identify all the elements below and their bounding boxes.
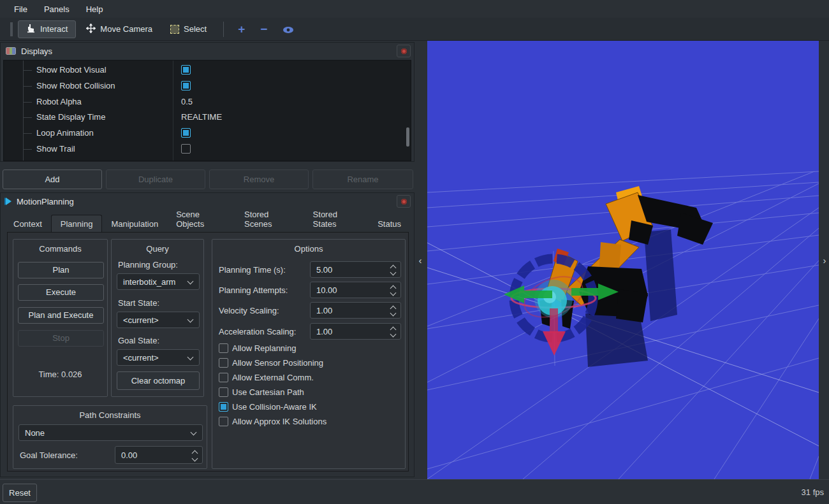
displays-close-button[interactable] xyxy=(397,45,411,57)
allow-sensor-positioning-label: Allow Sensor Positioning xyxy=(232,358,323,368)
planning-time-label: Planning Time (s): xyxy=(219,265,286,275)
planning-time-spinbox[interactable]: 5.00 xyxy=(310,261,401,278)
collapse-right-handle[interactable]: › xyxy=(820,255,829,266)
interact-tool-button[interactable]: Interact xyxy=(18,20,76,38)
planning-group-dropdown[interactable]: interbotix_arm xyxy=(117,273,200,290)
execute-button[interactable]: Execute xyxy=(18,284,104,301)
chevron-down-icon xyxy=(191,429,197,436)
toolbar: Interact Move Camera Select + − xyxy=(0,18,829,41)
spin-down-icon[interactable] xyxy=(390,310,397,317)
property-row-robot-alpha[interactable]: Robot Alpha 0.5 xyxy=(4,94,411,110)
tab-scene-objects[interactable]: Scene Objects xyxy=(167,206,235,233)
velocity-scaling-spinbox[interactable]: 1.00 xyxy=(310,302,401,319)
motion-planning-icon xyxy=(6,198,11,205)
3d-viewport[interactable] xyxy=(427,41,819,479)
path-constraints-group: Path Constraints None Goal Tolerance: 0.… xyxy=(13,405,207,469)
plan-button[interactable]: Plan xyxy=(18,262,104,278)
spin-down-icon[interactable] xyxy=(390,290,397,296)
menu-file[interactable]: File xyxy=(6,2,35,17)
acceleration-scaling-value: 1.00 xyxy=(316,327,332,336)
tab-planning[interactable]: Planning xyxy=(51,215,103,233)
motion-planning-tabs: Context Planning Manipulation Scene Obje… xyxy=(4,215,410,233)
goal-state-dropdown[interactable]: <current> xyxy=(117,349,200,366)
property-row-loop-animation[interactable]: Loop Animation xyxy=(4,126,411,141)
plan-and-execute-button[interactable]: Plan and Execute xyxy=(18,307,104,324)
property-checkbox[interactable] xyxy=(181,81,191,90)
allow-sensor-positioning-checkbox[interactable] xyxy=(219,358,228,368)
planning-attempts-spinbox[interactable]: 10.00 xyxy=(310,282,401,298)
selection-box-icon xyxy=(170,25,179,34)
property-row-show-robot-visual[interactable]: Show Robot Visual xyxy=(4,62,411,78)
query-group: Query Planning Group: interbotix_arm Sta… xyxy=(111,239,204,397)
property-value[interactable]: 0.5 xyxy=(181,97,193,106)
spin-down-icon[interactable] xyxy=(390,270,397,276)
rename-display-button[interactable]: Rename xyxy=(312,169,413,189)
displays-panel-icon xyxy=(6,47,16,55)
duplicate-display-button[interactable]: Duplicate xyxy=(106,169,205,189)
planning-attempts-value: 10.00 xyxy=(316,285,337,295)
property-value[interactable]: REALTIME xyxy=(181,112,222,122)
eye-icon[interactable] xyxy=(275,20,302,39)
start-state-label: Start State: xyxy=(118,298,159,308)
goal-tolerance-spinbox[interactable]: 0.00 xyxy=(115,446,203,464)
chevron-down-icon xyxy=(187,354,194,361)
displays-property-tree[interactable]: Show Robot Visual Show Robot Collision R… xyxy=(3,60,411,161)
spin-down-icon[interactable] xyxy=(192,456,198,462)
options-group: Options Planning Time (s): 5.00 Planning… xyxy=(212,239,406,469)
acceleration-scaling-spinbox[interactable]: 1.00 xyxy=(310,323,401,340)
tab-manipulation[interactable]: Manipulation xyxy=(102,216,167,233)
goal-state-value: <current> xyxy=(123,353,159,363)
property-label: Loop Animation xyxy=(36,128,94,138)
allow-approx-ik-solutions-checkbox[interactable] xyxy=(219,417,228,426)
zoom-in-button[interactable]: + xyxy=(230,20,253,38)
use-collision-aware-ik-label: Use Collision-Aware IK xyxy=(232,402,317,412)
start-state-dropdown[interactable]: <current> xyxy=(117,312,200,328)
add-display-button[interactable]: Add xyxy=(3,169,102,189)
property-row-trail-step-size-clipped[interactable]: Trail Step Size xyxy=(4,157,411,161)
select-tool-button[interactable]: Select xyxy=(163,20,214,38)
commands-group: Commands Plan Execute Plan and Execute S… xyxy=(13,239,108,397)
zoom-out-button[interactable]: − xyxy=(253,20,275,38)
tree-scrollbar[interactable] xyxy=(406,127,409,147)
property-checkbox[interactable] xyxy=(181,144,191,154)
3d-scene xyxy=(427,41,819,479)
tab-status[interactable]: Status xyxy=(369,216,410,233)
goal-state-label: Goal State: xyxy=(118,336,159,345)
use-cartesian-path-checkbox[interactable] xyxy=(219,387,228,397)
allow-external-comm-label: Allow External Comm. xyxy=(232,373,314,382)
menu-help[interactable]: Help xyxy=(78,2,111,17)
allow-replanning-label: Allow Replanning xyxy=(232,343,296,353)
menu-panels[interactable]: Panels xyxy=(36,2,77,17)
tree-branch-tick xyxy=(23,102,32,103)
allow-replanning-checkbox[interactable] xyxy=(219,343,228,353)
property-checkbox[interactable] xyxy=(181,128,191,138)
allow-external-comm-checkbox[interactable] xyxy=(219,373,228,382)
motion-planning-close-button[interactable] xyxy=(397,195,411,208)
tab-stored-scenes[interactable]: Stored Scenes xyxy=(235,206,304,233)
planning-tab-content: Commands Plan Execute Plan and Execute S… xyxy=(7,232,409,472)
displays-panel-header[interactable]: Displays xyxy=(1,43,414,59)
property-label: Show Robot Collision xyxy=(36,81,115,90)
property-row-show-robot-collision[interactable]: Show Robot Collision xyxy=(4,78,411,94)
collapse-left-handle[interactable]: ‹ xyxy=(416,255,425,266)
start-state-value: <current> xyxy=(123,315,159,325)
move-camera-tool-button[interactable]: Move Camera xyxy=(78,20,160,38)
use-collision-aware-ik-checkbox[interactable] xyxy=(219,402,228,412)
remove-display-button[interactable]: Remove xyxy=(209,169,309,189)
path-constraints-dropdown[interactable]: None xyxy=(18,424,203,441)
tab-stored-states[interactable]: Stored States xyxy=(304,206,369,233)
goal-tolerance-value: 0.00 xyxy=(121,450,137,460)
tab-context[interactable]: Context xyxy=(4,216,51,233)
translate-arrow-down[interactable] xyxy=(543,331,566,356)
property-checkbox[interactable] xyxy=(181,65,191,75)
planning-time-value: 5.00 xyxy=(316,265,332,275)
displays-panel: Displays Show Robot Visual Show Robot Co… xyxy=(0,42,414,162)
clear-octomap-button[interactable]: Clear octomap xyxy=(117,371,200,390)
property-row-show-trail[interactable]: Show Trail xyxy=(4,141,411,157)
property-row-state-display-time[interactable]: State Display Time REALTIME xyxy=(4,110,411,126)
spin-down-icon[interactable] xyxy=(390,331,397,338)
fps-counter: 31 fps xyxy=(802,487,824,497)
stop-button[interactable]: Stop xyxy=(18,330,104,347)
toolbar-drag-handle[interactable] xyxy=(10,22,13,36)
reset-button[interactable]: Reset xyxy=(3,484,37,502)
